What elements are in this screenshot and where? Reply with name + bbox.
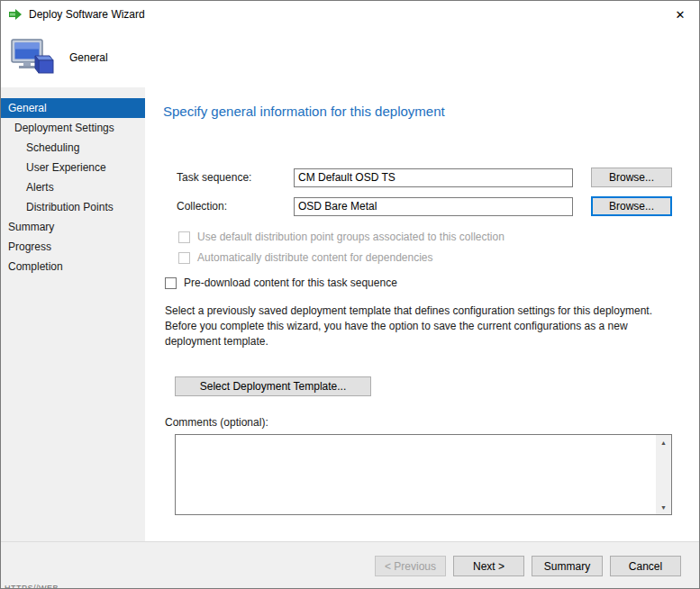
auto-distribute-dependencies-label: Automatically distribute content for dep… — [197, 251, 433, 264]
collection-row: Collection: Browse... — [177, 196, 672, 216]
checkbox-group: Use default distribution point groups as… — [163, 231, 672, 289]
software-deployment-icon — [10, 38, 55, 77]
task-sequence-browse-button[interactable]: Browse... — [591, 168, 672, 187]
task-sequence-row: Task sequence: Browse... — [177, 168, 672, 187]
sidebar-item-scheduling[interactable]: Scheduling — [1, 138, 145, 158]
wizard-footer: < Previous Next > Summary Cancel — [1, 541, 699, 589]
close-icon: ✕ — [676, 8, 686, 22]
comments-input[interactable] — [176, 435, 656, 514]
form-area: Task sequence: Browse... Collection: Bro… — [163, 168, 672, 216]
scroll-down-button[interactable]: ▼ — [656, 500, 671, 514]
sidebar-item-alerts[interactable]: Alerts — [1, 177, 145, 197]
task-sequence-input[interactable] — [294, 168, 573, 187]
auto-distribute-dependencies-checkbox — [178, 252, 190, 264]
wizard-body: General Deployment Settings Scheduling U… — [1, 87, 699, 541]
scroll-up-icon: ▲ — [660, 439, 667, 446]
titlebar: Deploy Software Wizard ✕ — [1, 1, 699, 28]
use-default-dp-groups-checkbox — [178, 231, 190, 243]
use-default-dp-groups-checkbox-row: Use default distribution point groups as… — [163, 231, 672, 243]
next-button[interactable]: Next > — [453, 556, 524, 576]
wizard-header: General — [1, 28, 699, 87]
sidebar-item-deployment-settings[interactable]: Deployment Settings — [1, 118, 145, 138]
collection-browse-button[interactable]: Browse... — [591, 196, 672, 216]
scroll-down-icon: ▼ — [660, 504, 667, 511]
summary-button[interactable]: Summary — [532, 556, 603, 576]
current-page-label: General — [69, 51, 108, 64]
predownload-content-checkbox[interactable] — [165, 277, 177, 289]
cancel-button[interactable]: Cancel — [610, 556, 681, 576]
close-button[interactable]: ✕ — [661, 1, 699, 28]
window-title: Deploy Software Wizard — [29, 8, 661, 21]
previous-button: < Previous — [375, 556, 446, 576]
page-title: Specify general information for this dep… — [163, 104, 672, 119]
task-sequence-label: Task sequence: — [177, 171, 294, 184]
sidebar-item-summary[interactable]: Summary — [1, 217, 145, 237]
select-deployment-template-button[interactable]: Select Deployment Template... — [175, 376, 371, 396]
sidebar-item-completion[interactable]: Completion — [1, 257, 145, 276]
deploy-wizard-icon — [8, 7, 23, 22]
collection-label: Collection: — [177, 200, 294, 213]
use-default-dp-groups-label: Use default distribution point groups as… — [197, 231, 505, 243]
deploy-software-wizard-window: Deploy Software Wizard ✕ General General… — [0, 0, 700, 589]
sidebar-item-distribution-points[interactable]: Distribution Points — [1, 197, 145, 217]
comments-box: ▲ ▼ — [175, 434, 672, 515]
wizard-steps-sidebar: General Deployment Settings Scheduling U… — [1, 87, 145, 541]
predownload-content-checkbox-row: Pre-download content for this task seque… — [163, 276, 672, 289]
template-help-text: Select a previously saved deployment tem… — [163, 304, 666, 349]
collection-input[interactable] — [294, 197, 573, 216]
sidebar-item-user-experience[interactable]: User Experience — [1, 158, 145, 177]
comments-label: Comments (optional): — [163, 416, 672, 429]
wizard-content: Specify general information for this dep… — [145, 87, 700, 541]
comments-scrollbar[interactable]: ▲ ▼ — [656, 435, 671, 514]
predownload-content-label: Pre-download content for this task seque… — [184, 276, 397, 289]
sidebar-item-progress[interactable]: Progress — [1, 237, 145, 257]
sidebar-item-general[interactable]: General — [1, 98, 145, 118]
scroll-up-button[interactable]: ▲ — [656, 435, 671, 449]
auto-distribute-dependencies-checkbox-row: Automatically distribute content for dep… — [163, 251, 672, 264]
